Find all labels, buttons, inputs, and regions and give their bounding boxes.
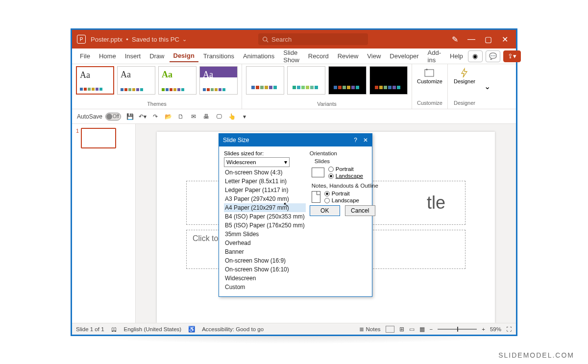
search-icon	[262, 36, 269, 43]
notes-landscape-radio[interactable]: Landscape	[324, 197, 359, 203]
menu-review[interactable]: Review	[334, 50, 363, 62]
language-label[interactable]: English (United States)	[124, 326, 182, 332]
size-option[interactable]: Overhead	[224, 239, 306, 247]
menu-file[interactable]: File	[76, 50, 94, 62]
accessibility-label[interactable]: Accessibility: Good to go	[202, 326, 264, 332]
size-option[interactable]: Banner	[224, 247, 306, 256]
redo-icon[interactable]: ↷	[151, 113, 159, 121]
menu-home[interactable]: Home	[95, 50, 120, 62]
size-option[interactable]: Custom	[224, 283, 306, 291]
maximize-button[interactable]: ▢	[480, 30, 496, 49]
ribbon-collapse-icon[interactable]: ⌄	[481, 64, 494, 109]
dialog-close-icon[interactable]: ✕	[363, 137, 368, 144]
touch-icon[interactable]: 👆	[228, 113, 236, 121]
dialog-titlebar[interactable]: Slide Size ? ✕	[219, 134, 372, 146]
variants-label: Variants	[246, 101, 408, 108]
open-icon[interactable]: 📂	[164, 113, 172, 121]
sized-for-label: Slides sized for:	[224, 150, 306, 156]
more-icon[interactable]: ▾	[241, 113, 248, 121]
designer-button[interactable]: Designer	[453, 66, 476, 86]
accessibility-icon[interactable]: ♿	[188, 326, 195, 333]
spellcheck-icon[interactable]: 🕮	[111, 326, 117, 332]
slides-label: Slides	[312, 158, 380, 164]
cancel-button[interactable]: Cancel	[345, 205, 375, 216]
save-icon[interactable]: 💾	[126, 113, 134, 121]
theme-card[interactable]: Aa	[117, 66, 155, 95]
watermark: SLIDEMODEL.COM	[498, 351, 574, 359]
size-option[interactable]: 35mm Slides	[224, 230, 306, 239]
zoom-slider[interactable]	[438, 329, 477, 330]
variant-card[interactable]	[246, 66, 284, 95]
theme-card[interactable]: Aa	[199, 66, 238, 95]
reading-view-icon[interactable]: ▭	[409, 326, 415, 333]
menu-slideshow[interactable]: Slide Show	[279, 47, 303, 66]
email-icon[interactable]: ✉	[190, 113, 197, 121]
comments-button[interactable]: 💬	[486, 50, 500, 62]
undo-icon[interactable]: ↶▾	[139, 113, 147, 121]
theme-card[interactable]: Aa	[158, 66, 196, 95]
record-button[interactable]: ◉	[468, 50, 483, 62]
menu-design[interactable]: Design	[170, 50, 198, 62]
size-option[interactable]: On-screen Show (16:9)	[224, 256, 306, 265]
slides-landscape-radio[interactable]: Landscape	[328, 173, 363, 179]
size-option[interactable]: A3 Paper (297x420 mm)	[224, 194, 306, 203]
minimize-button[interactable]: —	[463, 30, 480, 49]
share-button[interactable]: ⇪▾	[503, 50, 521, 62]
chevron-down-icon[interactable]: ⌄	[182, 36, 187, 43]
close-button[interactable]: ✕	[496, 30, 513, 49]
slideshow-view-icon[interactable]: ▦	[419, 326, 425, 333]
pen-icon[interactable]: ✎	[446, 30, 463, 49]
autosave-toggle[interactable]: AutoSave Off	[77, 113, 121, 121]
slides-portrait-radio[interactable]: Portrait	[328, 166, 363, 172]
slide-size-icon	[424, 68, 436, 78]
menu-draw[interactable]: Draw	[146, 50, 168, 62]
variant-card[interactable]	[287, 66, 325, 95]
slide-size-dialog: Slide Size ? ✕ Slides sized for: Widescr…	[219, 133, 372, 297]
variant-card[interactable]	[328, 66, 367, 95]
search-input[interactable]: Search	[258, 33, 368, 45]
theme-card[interactable]: Aa	[76, 66, 114, 95]
notes-label: Notes, Handouts & Outline	[312, 183, 380, 189]
menu-animations[interactable]: Animations	[239, 50, 278, 62]
menu-insert[interactable]: Insert	[121, 50, 145, 62]
customize-button[interactable]: Customize	[418, 66, 441, 86]
normal-view-icon[interactable]	[386, 326, 394, 333]
menu-addins[interactable]: Add-ins	[424, 47, 445, 66]
notes-portrait-radio[interactable]: Portrait	[324, 191, 359, 196]
zoom-out-icon[interactable]: −	[430, 326, 433, 332]
size-option[interactable]: A4 Paper (210x297 mm)	[224, 203, 306, 212]
size-option[interactable]: On-screen Show (4:3)	[224, 168, 306, 177]
sorter-view-icon[interactable]: ⊞	[399, 326, 404, 333]
dialog-title: Slide Size	[223, 137, 249, 144]
themes-gallery[interactable]: Aa Aa Aa Aa	[76, 66, 238, 95]
size-option[interactable]: On-screen Show (16:10)	[224, 265, 306, 274]
fit-icon[interactable]: ⛶	[506, 326, 512, 332]
size-option[interactable]: Ledger Paper (11x17 in)	[224, 186, 306, 194]
zoom-in-icon[interactable]: +	[482, 326, 485, 332]
printpreview-icon[interactable]: 🖵	[215, 113, 223, 121]
new-icon[interactable]: 🗋	[177, 113, 185, 121]
size-option[interactable]: B5 (ISO) Paper (176x250 mm)	[224, 221, 306, 230]
variant-card[interactable]	[369, 66, 408, 95]
slide-thumbnail[interactable]	[81, 128, 116, 148]
menu-view[interactable]: View	[363, 50, 385, 62]
notes-button[interactable]: ≣ Notes	[359, 326, 380, 333]
quickprint-icon[interactable]: 🖶	[202, 113, 210, 121]
variants-gallery[interactable]	[246, 66, 408, 95]
ok-button[interactable]: OK	[310, 205, 340, 216]
menu-transitions[interactable]: Transitions	[199, 50, 238, 62]
slide-counter[interactable]: Slide 1 of 1	[76, 326, 104, 332]
page-portrait-icon	[312, 191, 320, 203]
menu-record[interactable]: Record	[304, 50, 333, 62]
zoom-level[interactable]: 59%	[490, 326, 501, 332]
size-option[interactable]: Letter Paper (8.5x11 in)	[224, 177, 306, 186]
help-icon[interactable]: ?	[354, 137, 357, 144]
sized-for-select[interactable]: Widescreen ▾	[224, 157, 290, 167]
size-option[interactable]: Widescreen	[224, 274, 306, 283]
size-option[interactable]: B4 (ISO) Paper (250x353 mm)	[224, 212, 306, 221]
thumb-number: 1	[76, 128, 79, 148]
menu-help[interactable]: Help	[446, 50, 467, 62]
menu-developer[interactable]: Developer	[386, 50, 422, 62]
file-name[interactable]: Poster.pptx • Saved to this PC	[91, 36, 179, 43]
powerpoint-icon: P	[77, 35, 86, 44]
